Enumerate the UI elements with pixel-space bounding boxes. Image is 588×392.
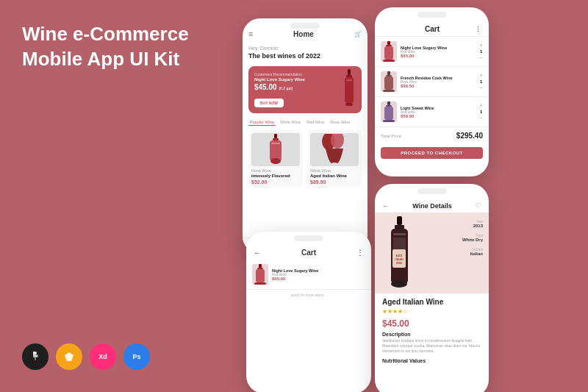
tab-rose-wine[interactable]: Rose Wine	[329, 119, 351, 126]
figma-icon	[22, 343, 49, 370]
home-headline: The best wines of 2022	[248, 52, 362, 60]
nutritional-title: Nutritional Values	[382, 358, 481, 363]
svg-rect-10	[271, 143, 280, 144]
svg-rect-25	[383, 120, 395, 122]
svg-rect-17	[383, 60, 395, 62]
promo-price: $45.00 (0.2 gal)	[254, 83, 356, 91]
detail-wine-name: Aged Italian Wine	[382, 298, 481, 306]
product-image-0	[251, 133, 300, 166]
detail-info: Aged Italian Wine ★★★★☆ $45.00 Descripti…	[375, 293, 489, 368]
cart-item-img-1	[381, 71, 397, 92]
cart-item-qty-2: + 1 −	[479, 102, 483, 121]
cart-item-0: Night Love Sugary Wine Red Wine $65.00 +…	[375, 37, 489, 67]
cart-item-2: Light Sweet Wine Red Wine $59.90 + 1 −	[375, 97, 489, 127]
svg-rect-7	[274, 134, 277, 138]
spec-country: Italian	[462, 252, 483, 256]
scroll-hint: scroll for more items...	[246, 290, 371, 299]
detail-back-button[interactable]: ←	[382, 202, 390, 210]
products-grid: Rosé Wine Intensely Flavored $52.00 Whit…	[248, 130, 362, 188]
product-card-0[interactable]: Rosé Wine Intensely Flavored $52.00	[248, 130, 303, 188]
cart-item-qty-0: + 1 −	[479, 42, 483, 61]
cart-small-info-0: Night Love Sugary Wine Red Wine $65.00	[272, 268, 365, 281]
product-price-1: $89.90	[310, 179, 359, 185]
detail-desc-title: Description	[382, 332, 481, 337]
tab-popular-wine[interactable]: Popular Wine	[248, 119, 276, 126]
phone-home: ☰ Home 🛒 Hey, Dominic The best wines of …	[243, 18, 368, 254]
product-type-0: Rosé Wine	[251, 168, 300, 173]
svg-rect-24	[384, 107, 393, 120]
svg-rect-6	[345, 103, 353, 106]
qty-minus-0[interactable]: −	[479, 54, 483, 61]
cart-item-info-2: Light Sweet Wine Red Wine $59.90	[401, 106, 476, 118]
product-card-1[interactable]: White Wine Aged Italian Wine $89.90	[307, 130, 362, 188]
svg-rect-28	[256, 269, 265, 282]
svg-rect-5	[346, 79, 352, 81]
product-name-0: Intensely Flavored	[251, 174, 300, 178]
svg-text:ITALIAN: ITALIAN	[395, 258, 403, 261]
cart-total: Total Price $295.40	[375, 127, 489, 144]
qty-minus-1[interactable]: −	[479, 85, 483, 91]
cart-item-img-0	[381, 41, 397, 62]
detail-price: $45.00	[382, 318, 481, 329]
qty-plus-2[interactable]: +	[479, 102, 483, 109]
svg-rect-31	[397, 216, 402, 225]
svg-rect-16	[384, 46, 393, 60]
sketch-icon	[56, 343, 82, 370]
svg-rect-34	[393, 233, 406, 235]
ps-icon: Ps	[123, 343, 150, 370]
options-button[interactable]: ⋮	[356, 249, 364, 257]
cart-header: ← Cart ⋮	[375, 19, 489, 37]
promo-name: Night Love Sugary Wine	[254, 77, 356, 82]
phone-details: ← Wine Details ♡ AGED ITALIAN WINE	[375, 184, 489, 392]
tool-icons: Xd Ps	[22, 343, 150, 370]
svg-rect-8	[273, 138, 279, 140]
svg-marker-1	[65, 352, 74, 361]
detail-wine-image: AGED ITALIAN WINE Year 2013 Type White D…	[375, 213, 489, 293]
cart-screen-title: Cart	[425, 25, 440, 33]
svg-rect-14	[387, 41, 390, 45]
svg-point-36	[391, 280, 407, 288]
svg-rect-3	[346, 75, 352, 77]
qty-plus-0[interactable]: +	[479, 42, 483, 49]
svg-rect-27	[257, 268, 263, 269]
phone-cart-list: ← Cart ⋮ Night Love Sugary Wine Red Wine…	[375, 7, 489, 177]
promo-label: Customers Recommendation	[254, 72, 356, 76]
spec-year: 2013	[462, 224, 483, 228]
product-name-1: Aged Italian Wine	[310, 174, 359, 178]
svg-rect-32	[395, 225, 404, 229]
checkout-button[interactable]: PROCEED TO CHECKOUT	[381, 147, 483, 159]
cart-small-item-0: Night Love Sugary Wine Red Wine $65.00	[246, 260, 371, 290]
promo-buy-button[interactable]: BUY NOW	[254, 99, 284, 107]
svg-rect-22	[387, 101, 390, 105]
qty-minus-2[interactable]: −	[479, 115, 483, 121]
tab-red-wine[interactable]: Red Wine	[305, 119, 326, 126]
detail-desc-text: Vestibulum tristique tincin in condiment…	[382, 338, 481, 354]
tab-white-wine[interactable]: White Wine	[279, 119, 302, 126]
left-panel: Wine e-Commerce Mobile App UI Kit Xd Ps	[0, 0, 250, 392]
detail-heart-button[interactable]: ♡	[475, 202, 481, 210]
svg-rect-18	[387, 71, 390, 75]
detail-header: ← Wine Details ♡	[375, 196, 489, 213]
product-type-1: White Wine	[310, 168, 359, 173]
cart-item-img-2	[381, 101, 397, 122]
svg-point-0	[35, 354, 38, 357]
star-rating: ★★★★☆	[382, 308, 481, 315]
spec-type: White Dry	[462, 238, 483, 242]
svg-rect-20	[384, 76, 393, 90]
xd-icon: Xd	[90, 343, 116, 370]
back-button[interactable]: ←	[254, 249, 261, 257]
svg-rect-15	[386, 45, 392, 46]
home-screen-title: Home	[293, 30, 314, 38]
cart-item-qty-1: + 1 −	[479, 72, 483, 91]
tabs-row: Popular Wine White Wine Red Wine Rose Wi…	[248, 119, 362, 126]
cart-small-header: ← Cart ⋮	[246, 243, 371, 260]
svg-text:WINE: WINE	[396, 262, 402, 265]
product-image-1	[310, 133, 359, 166]
detail-screen-title: Wine Details	[412, 202, 451, 210]
qty-plus-1[interactable]: +	[479, 72, 483, 79]
home-greeting: Hey, Dominic	[248, 46, 362, 51]
promo-card[interactable]: Customers Recommendation Night Love Suga…	[248, 66, 362, 113]
svg-rect-4	[345, 77, 354, 103]
app-title: Wine e-Commerce Mobile App UI Kit	[22, 22, 228, 72]
svg-rect-2	[348, 69, 351, 75]
